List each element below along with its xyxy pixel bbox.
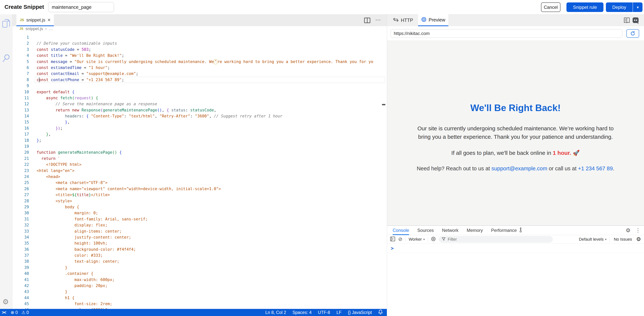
split-editor-icon[interactable] xyxy=(364,18,370,24)
search-icon[interactable] xyxy=(2,54,10,63)
devtools-tab-performance[interactable]: Performance xyxy=(491,226,523,235)
devtools-menu-icon[interactable]: ⋮ xyxy=(636,228,641,233)
clear-console-icon[interactable]: ⊘ xyxy=(398,237,402,242)
refresh-button[interactable] xyxy=(626,29,639,38)
cursor-position[interactable]: Ln 8, Col 2 xyxy=(265,310,286,315)
code-line[interactable]: 42 padding: 20px; xyxy=(12,283,387,289)
console-filter[interactable] xyxy=(439,236,553,243)
notifications-bell-icon[interactable] xyxy=(378,309,383,315)
code-line[interactable]: 4const title = "We'll Be Right Back!"; xyxy=(12,53,387,59)
code-line[interactable]: 46 color: #0056b3; xyxy=(12,307,387,309)
devtools-tab-sources[interactable]: Sources xyxy=(417,226,434,235)
code-line[interactable]: 21 return ` xyxy=(12,156,387,162)
language-mode[interactable]: {} JavaScript xyxy=(348,310,372,315)
code-line[interactable]: 33 align-items: center; xyxy=(12,228,387,234)
code-line[interactable]: 25 <meta charset="UTF-8"> xyxy=(12,180,387,186)
remote-indicator-icon[interactable]: >< xyxy=(2,310,6,315)
code-line[interactable]: 38 text-align: center; xyxy=(12,258,387,264)
code-line[interactable]: 44 h1 { xyxy=(12,295,387,301)
code-line[interactable]: 16 }); xyxy=(12,125,387,131)
code-line[interactable]: 7const contactEmail = "support@example.c… xyxy=(12,71,387,77)
code-line[interactable]: 10export default { xyxy=(12,89,387,95)
code-line[interactable]: 41 max-width: 600px; xyxy=(12,277,387,283)
console-sidebar-toggle-icon[interactable] xyxy=(390,236,395,242)
support-phone-link[interactable]: +1 234 567 89 xyxy=(578,165,613,171)
encoding[interactable]: UTF-8 xyxy=(318,310,330,315)
problems-warnings[interactable]: ⚠ 0 xyxy=(22,310,29,315)
indentation[interactable]: Spaces: 4 xyxy=(292,310,312,315)
code-line[interactable]: 1 xyxy=(12,35,387,40)
filter-input[interactable] xyxy=(448,237,538,242)
cancel-button[interactable]: Cancel xyxy=(541,3,560,12)
code-line[interactable]: 3const statusCode = 503; xyxy=(12,47,387,53)
tab-close-icon[interactable]: × xyxy=(48,18,50,23)
discord-icon[interactable] xyxy=(632,17,639,25)
tab-preview[interactable]: Preview xyxy=(418,15,448,26)
snippet-name-input[interactable] xyxy=(48,2,114,12)
code-line[interactable]: 8const contactPhone = "+1 234 567 89"; xyxy=(12,77,387,83)
code-line[interactable]: 45 font-size: 2rem; xyxy=(12,301,387,307)
code-line[interactable]: 29 body { xyxy=(12,204,387,210)
deploy-dropdown-button[interactable]: ▾ xyxy=(633,3,642,12)
code-line[interactable]: 14 headers: { "Content-Type": "text/html… xyxy=(12,113,387,119)
breadcrumb-more[interactable]: … xyxy=(49,26,53,31)
code-line[interactable]: 11 async fetch(request) { xyxy=(12,95,387,101)
tab-snippet-js[interactable]: JS snippet.js × xyxy=(16,15,54,26)
code-line[interactable]: 43 } xyxy=(12,289,387,295)
code-line[interactable]: 36 background-color: #f4f4f4; xyxy=(12,246,387,252)
code-line[interactable]: 30 margin: 0; xyxy=(12,210,387,216)
code-line[interactable]: 32 display: flex; xyxy=(12,222,387,228)
snippet-rule-button[interactable]: Snippet rule xyxy=(566,3,604,12)
preview-url-input[interactable] xyxy=(390,29,622,38)
code-line[interactable]: 17 }, xyxy=(12,131,387,137)
settings-gear-icon[interactable]: ⚙ xyxy=(2,298,9,305)
devtools-tab-network[interactable]: Network xyxy=(442,226,458,235)
code-line[interactable]: 18}; xyxy=(12,137,387,143)
console-settings-icon[interactable]: ⚙ xyxy=(636,236,641,242)
code-line[interactable]: 23<html lang="en"> xyxy=(12,168,387,174)
breadcrumb[interactable]: JS snippet.js › … xyxy=(12,26,387,32)
code-line[interactable]: 15 }, xyxy=(12,119,387,125)
code-line[interactable]: 28 <style> xyxy=(12,198,387,204)
code-line[interactable]: 35 height: 100vh; xyxy=(12,240,387,246)
code-line[interactable]: 31 font-family: Arial, sans-serif; xyxy=(12,216,387,222)
log-levels-dropdown[interactable]: Default levels ▾ xyxy=(579,237,606,242)
code-line[interactable]: 40 .container { xyxy=(12,270,387,276)
code-line[interactable]: 37 color: #333; xyxy=(12,252,387,258)
breadcrumb-file[interactable]: snippet.js xyxy=(26,26,43,31)
context-selector[interactable]: Worker ▾ xyxy=(409,237,425,242)
no-issues-label[interactable]: No Issues xyxy=(614,237,632,242)
code-area[interactable]: 12// Define your customizable inputs3con… xyxy=(12,35,387,309)
code-line[interactable]: 12 // Serve the maintenance page as a re… xyxy=(12,101,387,107)
eol-type[interactable]: LF xyxy=(336,310,342,315)
docs-book-icon[interactable] xyxy=(624,17,630,24)
maintenance-message: Our site is currently undergoing schedul… xyxy=(416,124,616,141)
code-line[interactable]: 26 <meta name="viewport" content="width=… xyxy=(12,186,387,192)
problems-errors[interactable]: ⊗ 0 xyxy=(11,310,18,315)
code-line[interactable]: 6const estimatedTime = "1 hour"; xyxy=(12,65,387,71)
code-line[interactable]: 9 xyxy=(12,83,387,89)
live-expression-eye-icon[interactable] xyxy=(431,236,436,242)
code-line[interactable]: 22 <!DOCTYPE html> xyxy=(12,162,387,168)
code-line[interactable]: 34 justify-content: center; xyxy=(12,234,387,240)
code-line[interactable]: 5const message = "Our site is currently … xyxy=(12,59,387,65)
console-input-row[interactable]: > xyxy=(387,244,644,253)
devtools-settings-icon[interactable]: ⚙ xyxy=(626,228,630,233)
devtools-tab-console[interactable]: Console xyxy=(393,226,409,235)
support-email-link[interactable]: support@example.com xyxy=(492,165,548,171)
code-editor[interactable]: 12// Define your customizable inputs3con… xyxy=(12,32,387,309)
tab-http[interactable]: HTTP xyxy=(391,15,415,26)
code-line[interactable]: 39 } xyxy=(12,264,387,270)
code-line[interactable]: 13 return new Response(generateMaintenan… xyxy=(12,107,387,113)
devtools-tab-memory[interactable]: Memory xyxy=(467,226,483,235)
code-line[interactable]: 27 <title>${title}</title> xyxy=(12,192,387,198)
editor-more-actions-icon[interactable]: ⋯ xyxy=(375,17,381,23)
code-line[interactable]: 20function generateMaintenancePage() { xyxy=(12,149,387,155)
code-line[interactable]: 19 xyxy=(12,143,387,149)
files-icon[interactable] xyxy=(2,19,10,28)
deploy-button[interactable]: Deploy xyxy=(606,3,632,12)
console-output[interactable]: > xyxy=(387,244,644,316)
code-line[interactable]: 24 <head> xyxy=(12,174,387,180)
code-line[interactable]: 2// Define your customizable inputs xyxy=(12,40,387,46)
contact-mid: or call us at xyxy=(547,165,578,171)
